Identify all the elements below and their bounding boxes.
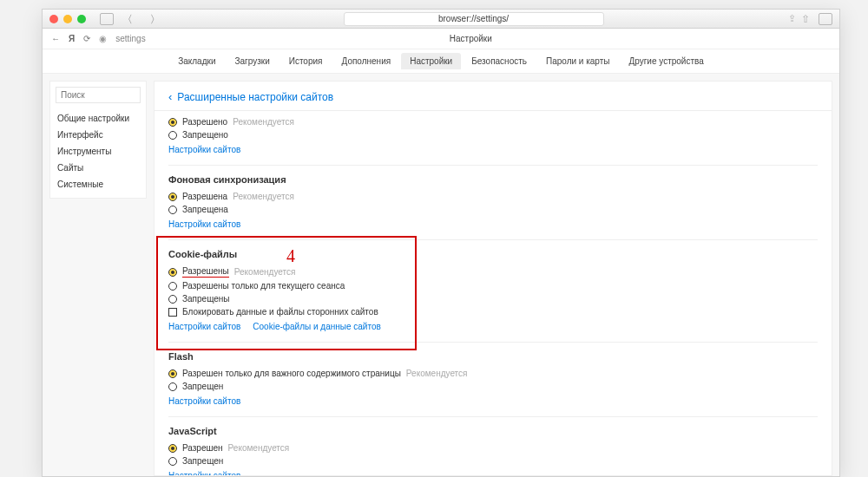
sidebar-item[interactable]: Сайты: [56, 160, 141, 176]
radio-option[interactable]: Запрещен: [168, 380, 818, 393]
option-label: Запрещен: [182, 456, 223, 466]
option-label: Разрешены: [182, 266, 229, 278]
tab-закладки[interactable]: Закладки: [169, 53, 224, 69]
tab-история[interactable]: История: [280, 53, 332, 69]
sidebar-item[interactable]: Интерфейс: [56, 127, 141, 143]
option-label: Запрещена: [182, 205, 228, 214]
settings-section: Cookie-файлыРазрешеныРекомендуетсяРазреш…: [168, 239, 818, 342]
radio-option[interactable]: РазрешенРекомендуется: [168, 441, 818, 454]
sidebar-item[interactable]: Общие настройки: [56, 110, 141, 127]
sidebar-toggle-icon[interactable]: [100, 13, 114, 25]
nav-back-icon[interactable]: 〈: [124, 13, 136, 25]
section-links: Настройки сайтов: [168, 393, 818, 406]
radio-icon: [168, 282, 177, 291]
option-label: Разрешен только для важного содержимого …: [182, 369, 401, 378]
nav-forward-icon[interactable]: 〉: [147, 13, 159, 25]
inner-toolbar: ← Я ⟳ ◉ settings Настройки: [43, 29, 839, 49]
settings-section: FlashРазрешен только для важного содержи…: [168, 342, 818, 416]
tab-дополнения[interactable]: Дополнения: [333, 53, 400, 69]
radio-icon: [168, 206, 177, 214]
option-label: Запрещено: [182, 130, 228, 140]
reader-icon[interactable]: ⇪: [788, 13, 796, 24]
radio-option[interactable]: Запрещено: [168, 128, 818, 141]
section-links: Настройки сайтов: [168, 467, 818, 476]
link[interactable]: Настройки сайтов: [168, 219, 240, 229]
radio-option[interactable]: Разрешен только для важного содержимого …: [168, 367, 818, 380]
radio-option[interactable]: РазрешенаРекомендуется: [168, 190, 818, 203]
link[interactable]: Настройки сайтов: [168, 145, 240, 154]
option-hint: Рекомендуется: [228, 443, 290, 453]
address-bar-wrap: browser://settings/: [164, 12, 783, 26]
option-label: Запрещены: [182, 294, 230, 304]
radio-icon: [168, 369, 177, 378]
share-icon[interactable]: ⇧: [801, 13, 810, 25]
radio-icon: [168, 457, 177, 466]
tab-безопасность[interactable]: Безопасность: [463, 53, 536, 69]
radio-option[interactable]: Запрещен: [168, 454, 818, 467]
section-title: Flash: [168, 351, 818, 362]
tabs-overview-icon[interactable]: [819, 13, 832, 25]
settings-section: JavaScriptРазрешенРекомендуетсяЗапрещенН…: [168, 416, 818, 476]
checkbox-option[interactable]: Блокировать данные и файлы сторонних сай…: [168, 305, 818, 318]
tab-пароли и карты[interactable]: Пароли и карты: [537, 53, 618, 69]
close-window-icon[interactable]: [49, 15, 58, 23]
page-title: Настройки: [155, 34, 787, 43]
settings-tabs: ЗакладкиЗагрузкиИсторияДополненияНастрой…: [43, 49, 839, 74]
radio-option[interactable]: Запрещены: [168, 292, 818, 305]
tab-другие устройства[interactable]: Другие устройства: [620, 53, 712, 69]
settings-main-panel: ‹ Расширенные настройки сайтов Разрешено…: [154, 81, 832, 476]
link[interactable]: Cookie-файлы и данные сайтов: [253, 322, 380, 331]
titlebar: 〈 〉 browser://settings/ ⇪ ⇧: [43, 10, 839, 29]
option-hint: Рекомендуется: [234, 267, 296, 277]
radio-icon: [168, 382, 177, 391]
minimize-window-icon[interactable]: [63, 15, 72, 23]
radio-option[interactable]: РазрешеноРекомендуется: [168, 115, 818, 128]
radio-option[interactable]: Разрешены только для текущего сеанса: [168, 279, 818, 292]
option-hint: Рекомендуется: [233, 192, 294, 201]
tab-загрузки[interactable]: Загрузки: [226, 53, 278, 69]
radio-icon: [168, 118, 177, 127]
option-hint: Рекомендуется: [233, 117, 294, 127]
browser-window: 〈 〉 browser://settings/ ⇪ ⇧ ← Я ⟳ ◉ sett…: [42, 9, 840, 477]
checkbox-icon: [168, 308, 177, 317]
radio-icon: [168, 444, 177, 453]
section-title: JavaScript: [168, 426, 818, 436]
section-links: Настройки сайтов: [168, 216, 818, 229]
page-path: settings: [115, 34, 145, 43]
sidebar-search-input[interactable]: [56, 87, 141, 103]
link[interactable]: Настройки сайтов: [168, 322, 240, 331]
radio-icon: [168, 131, 177, 140]
option-label: Разрешен: [182, 443, 223, 453]
radio-icon: [168, 268, 177, 277]
sidebar-item[interactable]: Инструменты: [56, 143, 141, 160]
settings-sidebar: Общие настройкиИнтерфейсИнструментыСайты…: [49, 81, 147, 199]
maximize-window-icon[interactable]: [77, 15, 86, 23]
reload-icon[interactable]: ⟳: [83, 34, 90, 43]
nav-back-inner-icon[interactable]: ←: [51, 34, 60, 43]
radio-option[interactable]: РазрешеныРекомендуется: [168, 265, 818, 279]
link[interactable]: Настройки сайтов: [168, 471, 240, 476]
option-label: Блокировать данные и файлы сторонних сай…: [182, 307, 378, 317]
radio-icon: [168, 193, 177, 201]
link[interactable]: Настройки сайтов: [168, 396, 240, 406]
option-label: Разрешено: [182, 117, 227, 127]
option-label: Разрешены только для текущего сеанса: [182, 281, 345, 291]
radio-icon: [168, 295, 177, 304]
section-title: Фоновая синхронизация: [168, 174, 818, 185]
tab-настройки[interactable]: Настройки: [401, 53, 461, 69]
lock-icon: ◉: [99, 34, 107, 43]
option-hint: Рекомендуется: [406, 369, 468, 378]
main-title: Расширенные настройки сайтов: [177, 91, 333, 103]
yandex-logo-icon[interactable]: Я: [69, 34, 75, 43]
settings-section: Фоновая синхронизацияРазрешенаРекомендуе…: [168, 165, 818, 239]
content-body: Общие настройкиИнтерфейсИнструментыСайты…: [43, 74, 839, 476]
section-links: Настройки сайтовCookie-файлы и данные са…: [168, 318, 818, 331]
settings-section: РазрешеноРекомендуетсяЗапрещеноНастройки…: [168, 106, 818, 165]
address-bar[interactable]: browser://settings/: [344, 12, 604, 26]
breadcrumb-back[interactable]: ‹ Расширенные настройки сайтов: [168, 90, 818, 103]
section-title: Cookie-файлы: [168, 249, 818, 259]
radio-option[interactable]: Запрещена: [168, 203, 818, 216]
option-label: Разрешена: [182, 192, 227, 201]
sidebar-item[interactable]: Системные: [56, 176, 141, 193]
option-label: Запрещен: [182, 382, 223, 391]
